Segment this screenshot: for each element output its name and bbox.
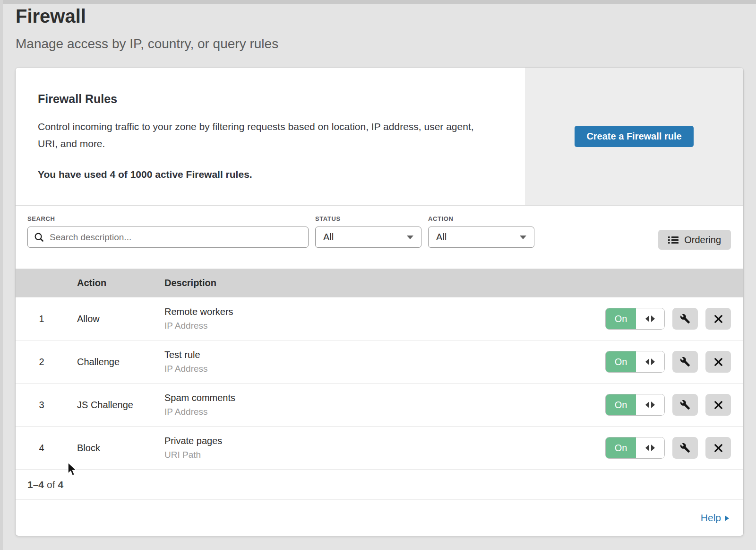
edit-rule-button[interactable]	[672, 394, 698, 416]
pagination-total: 4	[58, 479, 64, 490]
rule-description-cell: Private pages URI Path	[164, 436, 573, 460]
delete-rule-button[interactable]	[705, 351, 731, 373]
toggle-on-label[interactable]: On	[606, 351, 636, 372]
status-select[interactable]: All	[315, 227, 421, 248]
card-summary-section: Firewall Rules Control incoming traffic …	[16, 68, 743, 206]
rule-priority: 4	[16, 443, 77, 454]
rule-description-cell: Spam comments IP Address	[164, 393, 573, 417]
create-firewall-rule-button[interactable]: Create a Firewall rule	[575, 126, 694, 147]
rule-description: Private pages	[164, 436, 573, 446]
rule-field-type: URI Path	[164, 450, 573, 460]
rule-enabled-toggle[interactable]: On	[605, 308, 665, 330]
card-summary-text: Firewall Rules Control incoming traffic …	[16, 68, 525, 205]
rule-controls: On	[573, 308, 743, 330]
rule-action: JS Challenge	[77, 400, 164, 410]
card-title: Firewall Rules	[38, 92, 497, 106]
rule-description-cell: Test rule IP Address	[164, 349, 573, 374]
toggle-drag-handle[interactable]	[636, 308, 664, 329]
status-label: STATUS	[315, 215, 421, 222]
wrench-icon	[680, 314, 690, 324]
page-header: Firewall Manage access by IP, country, o…	[16, 6, 278, 52]
table-row: 4 Block Private pages URI Path On	[16, 426, 743, 469]
rule-priority: 2	[16, 357, 77, 367]
page-subtitle: Manage access by IP, country, or query r…	[16, 36, 278, 52]
wrench-icon	[680, 357, 690, 367]
help-link-label: Help	[701, 512, 721, 524]
firewall-rules-card: Firewall Rules Control incoming traffic …	[16, 68, 743, 536]
edit-rule-button[interactable]	[672, 308, 698, 330]
toggle-drag-handle[interactable]	[636, 437, 664, 458]
wrench-icon	[680, 443, 690, 453]
rule-controls: On	[573, 394, 743, 416]
chevron-down-icon	[407, 236, 413, 239]
action-filter-group: ACTION All	[428, 215, 534, 248]
rule-enabled-toggle[interactable]: On	[605, 394, 665, 416]
rule-priority: 1	[16, 314, 77, 324]
action-select[interactable]: All	[428, 227, 534, 248]
usage-summary: You have used 4 of 1000 active Firewall …	[38, 169, 497, 180]
column-header-description: Description	[164, 278, 573, 288]
arrow-right-icon	[651, 445, 655, 451]
card-description: Control incoming traffic to your zone by…	[38, 118, 491, 152]
rule-description-cell: Remote workers IP Address	[164, 306, 573, 331]
table-row: 1 Allow Remote workers IP Address On	[16, 297, 743, 340]
delete-rule-button[interactable]	[705, 394, 731, 416]
arrow-left-icon	[645, 315, 649, 322]
close-icon	[714, 401, 723, 410]
close-icon	[714, 358, 723, 367]
delete-rule-button[interactable]	[705, 437, 731, 459]
rule-description: Remote workers	[164, 306, 573, 317]
ordering-button-label: Ordering	[684, 235, 721, 245]
arrow-right-icon	[651, 315, 655, 322]
search-icon	[34, 232, 44, 242]
table-row: 2 Challenge Test rule IP Address On	[16, 340, 743, 383]
search-label: SEARCH	[27, 215, 309, 222]
search-input[interactable]	[49, 232, 302, 243]
rule-controls: On	[573, 351, 743, 373]
toggle-on-label[interactable]: On	[606, 308, 636, 329]
arrow-left-icon	[645, 445, 649, 451]
table-row: 3 JS Challenge Spam comments IP Address …	[16, 383, 743, 426]
chevron-down-icon	[520, 236, 526, 239]
toggle-on-label[interactable]: On	[606, 394, 636, 415]
rule-priority: 3	[16, 400, 77, 410]
rule-action: Allow	[77, 314, 164, 324]
rule-controls: On	[573, 437, 743, 459]
help-link[interactable]: Help	[701, 512, 729, 524]
toggle-on-label[interactable]: On	[606, 437, 636, 458]
arrow-right-icon	[651, 358, 655, 365]
pagination-range: 1–4	[27, 479, 44, 490]
toggle-drag-handle[interactable]	[636, 394, 664, 415]
action-selected-value: All	[436, 232, 447, 243]
rule-enabled-toggle[interactable]: On	[605, 437, 665, 459]
window-left-edge	[0, 0, 3, 550]
status-filter-group: STATUS All	[315, 215, 421, 248]
pagination: 1–4 of 4	[16, 469, 743, 499]
delete-rule-button[interactable]	[705, 308, 731, 330]
page-title: Firewall	[16, 6, 278, 26]
search-box[interactable]	[27, 227, 309, 248]
arrow-left-icon	[645, 402, 649, 408]
list-icon	[668, 236, 679, 244]
edit-rule-button[interactable]	[672, 437, 698, 459]
status-selected-value: All	[323, 232, 334, 243]
search-filter-group: SEARCH	[27, 215, 309, 248]
toggle-drag-handle[interactable]	[636, 351, 664, 372]
pagination-of: of	[47, 479, 55, 490]
rule-description: Test rule	[164, 349, 573, 360]
close-icon	[714, 444, 723, 453]
ordering-button[interactable]: Ordering	[658, 230, 731, 250]
rule-enabled-toggle[interactable]: On	[605, 351, 665, 373]
edit-rule-button[interactable]	[672, 351, 698, 373]
window-top-edge	[0, 0, 756, 4]
close-icon	[714, 314, 723, 323]
help-row: Help	[16, 499, 743, 535]
create-rule-panel: Create a Firewall rule	[525, 68, 743, 205]
rule-field-type: IP Address	[164, 364, 573, 374]
table-header: Action Description	[16, 269, 743, 297]
arrow-left-icon	[645, 358, 649, 365]
filters-bar: SEARCH STATUS All ACTION All	[16, 206, 743, 269]
arrow-right-icon	[651, 402, 655, 408]
rule-action: Block	[77, 443, 164, 454]
chevron-right-icon	[725, 515, 729, 521]
